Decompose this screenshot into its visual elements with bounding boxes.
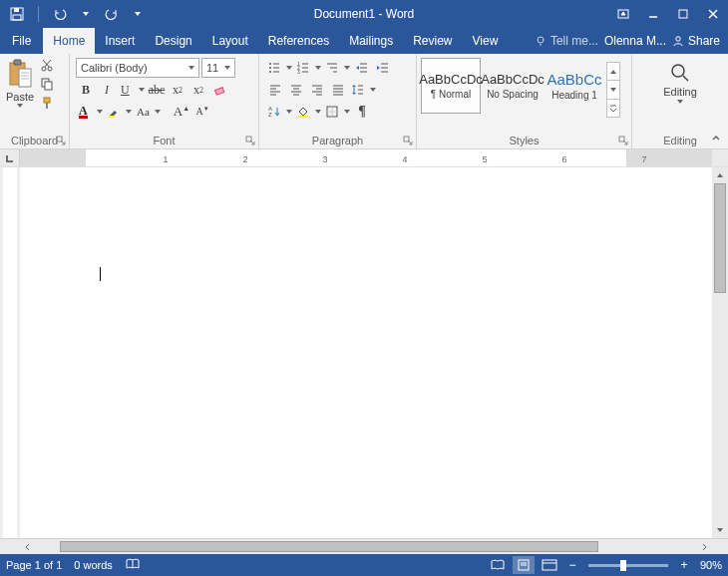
numbering-button[interactable]: 123 bbox=[294, 58, 322, 78]
change-case-button[interactable]: Aa bbox=[134, 102, 162, 122]
tab-design[interactable]: Design bbox=[145, 28, 201, 54]
styles-scroll-up[interactable] bbox=[607, 63, 619, 81]
share-button[interactable]: Share bbox=[672, 34, 720, 48]
print-layout-button[interactable] bbox=[513, 556, 535, 574]
increase-indent-button[interactable] bbox=[373, 58, 393, 78]
read-mode-button[interactable] bbox=[487, 556, 509, 574]
highlight-button[interactable] bbox=[105, 102, 133, 122]
page-number-status[interactable]: Page 1 of 1 bbox=[6, 559, 62, 571]
scroll-right-button[interactable] bbox=[696, 539, 712, 554]
web-layout-button[interactable] bbox=[539, 556, 560, 574]
editing-button[interactable]: Editing bbox=[653, 56, 707, 106]
clipboard-launcher[interactable] bbox=[56, 136, 66, 145]
vertical-scroll-thumb[interactable] bbox=[714, 183, 726, 293]
font-size-combo[interactable]: 11 bbox=[201, 58, 235, 78]
copy-button[interactable] bbox=[38, 75, 56, 93]
paragraph-launcher[interactable] bbox=[403, 136, 413, 145]
subscript-button[interactable]: x2 bbox=[168, 80, 187, 100]
tell-me-search[interactable]: Tell me... bbox=[535, 34, 598, 48]
strikethrough-button[interactable]: abc bbox=[147, 80, 167, 100]
grow-font-button[interactable]: A▲ bbox=[172, 102, 191, 122]
line-spacing-icon bbox=[351, 83, 365, 97]
zoom-out-button[interactable]: − bbox=[564, 557, 580, 573]
show-hide-button[interactable]: ¶ bbox=[352, 102, 372, 122]
spelling-status[interactable] bbox=[125, 557, 141, 573]
underline-button[interactable]: U bbox=[118, 80, 146, 100]
tab-selector[interactable] bbox=[0, 149, 20, 166]
paste-button[interactable]: Paste bbox=[4, 56, 36, 110]
justify-button[interactable] bbox=[328, 80, 348, 100]
borders-button[interactable] bbox=[323, 102, 351, 122]
group-clipboard: Paste Clipboard bbox=[0, 54, 70, 148]
redo-button[interactable] bbox=[103, 5, 121, 23]
qat-customize[interactable] bbox=[129, 5, 147, 23]
horizontal-scrollbar-row bbox=[0, 538, 728, 554]
tab-view[interactable]: View bbox=[463, 28, 509, 54]
quick-access-toolbar bbox=[0, 5, 147, 23]
zoom-in-button[interactable]: + bbox=[676, 557, 692, 573]
style-no-spacing[interactable]: AaBbCcDc No Spacing bbox=[483, 58, 543, 114]
decrease-indent-button[interactable] bbox=[352, 58, 372, 78]
horizontal-scrollbar[interactable] bbox=[36, 539, 696, 554]
close-button[interactable] bbox=[698, 0, 728, 28]
undo-button[interactable] bbox=[51, 5, 69, 23]
account-name[interactable]: Olenna M... bbox=[604, 34, 666, 48]
ruler-vertical[interactable] bbox=[0, 167, 20, 538]
format-painter-button[interactable] bbox=[38, 94, 56, 112]
collapse-ribbon-button[interactable] bbox=[708, 131, 724, 146]
align-center-button[interactable] bbox=[286, 80, 306, 100]
zoom-slider[interactable] bbox=[588, 564, 668, 567]
styles-scroll-down[interactable] bbox=[607, 81, 619, 99]
font-color-button[interactable]: A bbox=[76, 102, 104, 122]
style-normal[interactable]: AaBbCcDc ¶ Normal bbox=[421, 58, 481, 114]
styles-gallery-scroll bbox=[606, 62, 620, 118]
svg-point-17 bbox=[42, 67, 46, 71]
save-button[interactable] bbox=[8, 5, 26, 23]
tab-layout[interactable]: Layout bbox=[202, 28, 258, 54]
page[interactable] bbox=[20, 175, 712, 538]
styles-more-button[interactable] bbox=[607, 100, 619, 117]
scroll-down-button[interactable] bbox=[712, 522, 728, 538]
bold-button[interactable]: B bbox=[76, 80, 96, 100]
cut-button[interactable] bbox=[38, 56, 56, 74]
svg-line-80 bbox=[683, 76, 688, 81]
italic-button[interactable]: I bbox=[97, 80, 117, 100]
indent-icon bbox=[376, 61, 390, 75]
align-right-button[interactable] bbox=[307, 80, 327, 100]
scroll-up-button[interactable] bbox=[712, 167, 728, 183]
horizontal-scroll-thumb[interactable] bbox=[60, 541, 598, 552]
tab-references[interactable]: References bbox=[258, 28, 339, 54]
group-label-styles: Styles bbox=[417, 134, 631, 148]
window-title: Document1 - Word bbox=[314, 7, 414, 21]
tab-insert[interactable]: Insert bbox=[95, 28, 145, 54]
bullets-button[interactable] bbox=[265, 58, 293, 78]
sort-button[interactable]: AZ bbox=[265, 102, 293, 122]
style-heading-1[interactable]: AaBbCc Heading 1 bbox=[545, 58, 604, 114]
tab-home[interactable]: Home bbox=[43, 28, 95, 54]
multilevel-list-button[interactable] bbox=[323, 58, 351, 78]
font-name-combo[interactable]: Calibri (Body) bbox=[76, 58, 199, 78]
shading-button[interactable] bbox=[294, 102, 322, 122]
tab-mailings[interactable]: Mailings bbox=[339, 28, 403, 54]
align-left-button[interactable] bbox=[265, 80, 285, 100]
clear-formatting-button[interactable] bbox=[209, 80, 229, 100]
document-canvas[interactable] bbox=[20, 167, 712, 538]
group-styles: AaBbCcDc ¶ Normal AaBbCcDc No Spacing Aa… bbox=[417, 54, 632, 148]
shrink-font-button[interactable]: A▼ bbox=[192, 102, 212, 122]
line-spacing-button[interactable] bbox=[349, 80, 377, 100]
font-launcher[interactable] bbox=[245, 136, 255, 145]
maximize-button[interactable] bbox=[668, 0, 698, 28]
scissors-icon bbox=[40, 58, 54, 72]
zoom-slider-thumb[interactable] bbox=[620, 560, 626, 571]
minimize-button[interactable] bbox=[638, 0, 668, 28]
scroll-left-button[interactable] bbox=[20, 539, 36, 554]
zoom-level[interactable]: 90% bbox=[696, 559, 722, 571]
superscript-button[interactable]: x2 bbox=[188, 80, 208, 100]
undo-dropdown[interactable] bbox=[77, 5, 95, 23]
ribbon-display-options[interactable] bbox=[608, 0, 638, 28]
word-count-status[interactable]: 0 words bbox=[74, 559, 113, 571]
styles-launcher[interactable] bbox=[618, 136, 628, 145]
tab-review[interactable]: Review bbox=[403, 28, 462, 54]
ruler-horizontal[interactable]: 1 2 3 4 5 6 7 bbox=[20, 149, 712, 166]
tab-file[interactable]: File bbox=[0, 28, 43, 54]
